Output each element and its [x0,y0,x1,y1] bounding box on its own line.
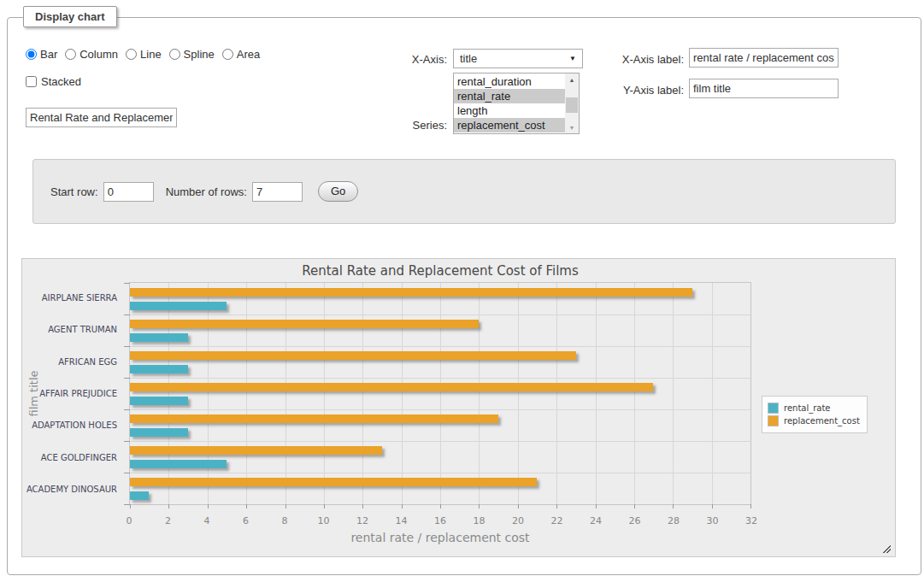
series-option-rental_rate[interactable]: rental_rate [454,89,565,103]
stacked-checkbox[interactable] [26,76,37,87]
series-option-list: rental_durationrental_ratelengthreplacem… [454,73,565,133]
x-tick-label: 12 [356,515,368,526]
x-tick-label: 4 [204,515,210,526]
x-axis-selected-value: title [460,52,477,65]
scrollbar[interactable]: ▲ ▼ [565,73,579,133]
x-tick-label: 6 [243,515,249,526]
legend-entry-replacement_cost: replacement_cost [768,415,860,426]
x-tick-label: 20 [512,515,524,526]
bar-rental_rate [130,365,188,373]
chart-type-option-column[interactable]: Column [65,48,118,61]
scrollbar-thumb[interactable] [566,97,578,113]
x-tick-label: 8 [282,515,288,526]
chart-type-option-bar[interactable]: Bar [26,48,57,61]
x-tick-mark [130,504,131,509]
bar-rental_rate [130,491,149,500]
x-tick-label: 0 [127,515,132,526]
scroll-down-arrow-icon[interactable]: ▼ [565,121,579,133]
x-tick-mark [324,504,325,509]
category-label: ACADEMY DINOSAUR [26,485,117,494]
chart-legend: rental_ratereplacement_cost [762,396,868,433]
chart-type-label: Spline [184,48,215,61]
x-tick-mark [712,504,713,509]
category-label-cell: AIRPLANE SIERRA [22,282,117,314]
category-label-cell: ACADEMY DINOSAUR [22,473,117,505]
category-label: ADAPTATION HOLES [32,420,117,430]
x-axis-label-input[interactable] [689,48,839,68]
category-label-cell: AFFAIR PREJUDICE [22,378,117,409]
fieldset-legend: Display chart [23,6,117,27]
x-tick-label: 30 [707,515,719,526]
scroll-up-arrow-icon[interactable]: ▲ [565,73,579,85]
legend-label: replacement_cost [784,416,860,426]
chart-type-radio-area[interactable] [222,49,233,60]
number-of-rows-input[interactable] [252,182,303,202]
x-tick-label: 16 [434,515,446,526]
x-tick-label: 2 [165,515,171,526]
y-axis-label-input[interactable] [689,79,839,98]
x-tick-mark [750,504,751,509]
stacked-label: Stacked [41,75,81,88]
chart-type-radio-column[interactable] [65,49,76,60]
x-tick-mark [634,504,635,509]
chart-type-label: Line [140,48,162,61]
number-of-rows-label: Number of rows: [166,185,247,198]
y-tick-mark [124,315,130,315]
category-band-2 [130,346,750,378]
bar-rental_rate [130,428,188,437]
chart-type-radio-bar[interactable] [26,49,37,60]
x-tick-mark [285,504,286,509]
series-option-replacement_cost[interactable]: replacement_cost [454,118,565,132]
x-tick-label: 24 [590,515,602,526]
go-button[interactable]: Go [318,181,358,202]
x-tick-mark [556,504,557,509]
x-tick-mark [518,504,519,509]
chart-type-label: Column [79,48,118,61]
chevron-down-icon: ▼ [569,55,576,62]
category-band-4 [130,409,750,441]
y-tick-mark [124,473,130,473]
chart-type-radio-group: BarColumnLineSplineArea [26,48,268,61]
series-option-rental_duration[interactable]: rental_duration [454,74,565,89]
chart-type-option-line[interactable]: Line [126,48,162,61]
category-label-cell: ACE GOLDFINGER [22,441,117,473]
bar-replacement_cost [130,478,537,486]
plot-area [129,282,751,505]
x-tick-label: 32 [745,515,757,526]
chart-type-option-area[interactable]: Area [222,48,260,61]
chart-title-input[interactable] [26,108,177,127]
chart-type-radio-line[interactable] [126,49,137,60]
legend-swatch [768,403,779,414]
series-field-label: Series: [368,119,447,132]
chart-container: Rental Rate and Replacement Cost of Film… [21,258,896,557]
x-tick-mark [673,504,674,509]
x-tick-label: 22 [551,515,563,526]
y-axis-label-field-label: Y-Axis label: [609,84,684,97]
scrollbar-track[interactable] [565,85,579,121]
x-tick-mark [362,504,363,509]
y-tick-mark [124,504,130,505]
chart-type-option-spline[interactable]: Spline [169,48,215,61]
chart-title: Rental Rate and Replacement Cost of Film… [129,263,751,279]
x-axis-select[interactable]: title ▼ [453,49,583,68]
resize-handle-icon[interactable] [881,544,891,553]
bar-replacement_cost [130,288,692,297]
start-row-input[interactable] [103,182,154,202]
bar-replacement_cost [130,414,498,423]
x-axis-ticks: 02468101214161820222426283032 [129,515,751,527]
stacked-option[interactable]: Stacked [26,75,81,88]
chart-type-radio-spline[interactable] [169,49,180,60]
x-tick-mark [246,504,247,509]
category-label: AFFAIR PREJUDICE [39,389,117,398]
y-tick-mark [124,441,130,442]
category-band-3 [130,378,750,409]
category-label: AFRICAN EGG [58,357,117,367]
bar-rental_rate [130,460,227,468]
category-label-cell: AGENT TRUMAN [22,314,117,345]
series-option-length[interactable]: length [454,103,565,118]
bar-replacement_cost [130,351,576,360]
rows-panel: Start row: Number of rows: Go [32,159,896,224]
y-tick-mark [124,283,130,284]
x-tick-label: 28 [668,515,680,526]
series-multiselect[interactable]: rental_durationrental_ratelengthreplacem… [453,73,580,134]
